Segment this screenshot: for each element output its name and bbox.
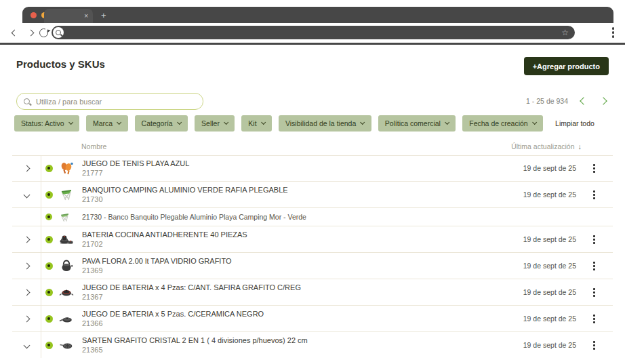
row-menu-button[interactable]	[593, 315, 595, 323]
chevron-right-icon	[23, 315, 30, 322]
product-id: 21777	[82, 169, 523, 177]
new-tab-button[interactable]: +	[98, 9, 109, 21]
filter-label: Categoría	[142, 119, 173, 127]
back-button[interactable]	[8, 23, 20, 43]
product-table: JUEGO DE TENIS PLAYA AZUL 21777 19 de se…	[12, 155, 613, 358]
chevron-down-icon	[177, 120, 182, 125]
pagination-range: 1 - 25 de 934	[526, 97, 568, 105]
status-active-indicator	[45, 342, 53, 349]
row-menu-button[interactable]	[593, 235, 595, 244]
chevron-right-icon	[599, 97, 607, 104]
sku-row: 21730 - Banco Banquito Plegable Aluminio…	[12, 208, 613, 226]
window-close-button[interactable]	[31, 12, 37, 18]
column-header-ultima-actualizacion[interactable]: Última actualización ↓	[511, 142, 582, 150]
product-name-link[interactable]: SARTEN GRAFITO CRISTAL 2 EN 1 ( 4 divisi…	[82, 336, 523, 344]
chevron-right-icon	[23, 236, 30, 243]
status-active-indicator	[45, 236, 53, 243]
last-updated: 19 de sept de 25	[523, 164, 576, 172]
browser-tab[interactable]: ×	[44, 9, 93, 23]
chrome-divider	[0, 43, 625, 45]
column-header-nombre[interactable]: Nombre	[81, 142, 106, 150]
chevron-down-icon	[23, 342, 30, 348]
expander-spacer	[12, 208, 41, 226]
search-box	[16, 93, 203, 110]
status-active-indicator	[45, 214, 52, 220]
row-menu-button[interactable]	[593, 341, 595, 350]
clear-filters-button[interactable]: Limpiar todo	[555, 119, 594, 127]
product-name-link[interactable]: PAVA FLORA 2.00 lt TAPA VIDRIO GRAFITO	[82, 257, 523, 265]
chevron-down-icon	[224, 120, 229, 125]
product-name-link[interactable]: BANQUITO CAMPING ALUMINIO VERDE RAFIA PL…	[82, 186, 523, 194]
product-name-link[interactable]: JUEGO DE TENIS PLAYA AZUL	[82, 159, 523, 167]
product-name-link[interactable]: JUEGO DE BATERIA x 4 Pzas: C/ANT. SAFIRA…	[82, 283, 523, 291]
product-id: 21366	[82, 319, 523, 327]
product-id: 21369	[82, 266, 523, 275]
chevron-right-icon	[27, 30, 34, 37]
row-menu-button[interactable]	[593, 262, 595, 270]
table-row: BATERIA COCINA ANTIADHERENTE 40 PIEZAS 2…	[12, 226, 613, 253]
divided-frying-pan-thumbnail	[56, 338, 82, 352]
chevron-down-icon	[445, 120, 450, 125]
browser-navbar: ☆	[0, 23, 625, 43]
last-updated: 19 de sept de 25	[523, 190, 576, 199]
collapse-row-button[interactable]	[12, 332, 41, 358]
collapse-row-button[interactable]	[12, 182, 41, 207]
product-name-link[interactable]: JUEGO DE BATERIA x 5 Pzas. C/CERAMICA NE…	[82, 310, 523, 318]
pot-set-sapphire-thumbnail	[56, 285, 82, 300]
last-updated: 19 de sept de 25	[523, 288, 576, 296]
status-active-indicator	[45, 289, 53, 296]
add-product-button[interactable]: +Agregar producto	[524, 57, 609, 75]
chevron-right-icon	[23, 289, 30, 296]
table-row: SARTEN GRAFITO CRISTAL 2 EN 1 ( 4 divisi…	[12, 332, 613, 358]
forward-button[interactable]	[24, 23, 37, 43]
expand-row-button[interactable]	[12, 253, 41, 279]
filter-chip-visibilidad[interactable]: Visibilidad de la tienda	[279, 115, 371, 132]
last-updated: 19 de sept de 25	[523, 235, 576, 243]
filter-chip-fecha-creacion[interactable]: Fecha de creación	[462, 115, 543, 132]
bookmark-star-icon[interactable]: ☆	[561, 28, 569, 37]
row-menu-button[interactable]	[593, 190, 595, 199]
table-row: JUEGO DE BATERIA x 4 Pzas: C/ANT. SAFIRA…	[12, 279, 613, 306]
row-menu-button[interactable]	[593, 164, 595, 173]
chevron-down-icon	[68, 120, 74, 125]
pagination-next-button[interactable]	[599, 97, 607, 105]
table-row: JUEGO DE BATERIA x 5 Pzas. C/CERAMICA NE…	[12, 306, 613, 332]
search-input[interactable]	[35, 97, 203, 106]
row-menu-button[interactable]	[593, 288, 595, 297]
pagination-prev-button[interactable]	[580, 97, 588, 105]
table-header: Nombre Última actualización ↓	[12, 138, 613, 156]
expand-row-button[interactable]	[12, 226, 41, 252]
expand-row-button[interactable]	[12, 279, 41, 305]
column-label: Última actualización	[511, 142, 574, 150]
refresh-button[interactable]	[39, 28, 48, 37]
expand-row-button[interactable]	[12, 155, 41, 181]
filter-chip-categoria[interactable]: Categoría	[135, 115, 188, 132]
filter-chip-kit[interactable]: Kit	[241, 115, 272, 132]
filter-chip-seller[interactable]: Seller	[195, 115, 235, 132]
chevron-left-icon	[580, 97, 587, 104]
filter-chip-marca[interactable]: Marca	[86, 115, 128, 132]
filter-chip-politica-comercial[interactable]: Política comercial	[378, 115, 456, 132]
table-row: BANQUITO CAMPING ALUMINIO VERDE RAFIA PL…	[12, 182, 613, 208]
last-updated: 19 de sept de 25	[523, 315, 576, 323]
chevron-down-icon	[260, 120, 266, 125]
pot-set-ceramic-thumbnail	[56, 311, 82, 326]
last-updated: 19 de sept de 25	[523, 341, 576, 349]
status-active-indicator	[45, 191, 53, 199]
sku-label[interactable]: 21730 - Banco Banquito Plegable Aluminio…	[82, 213, 613, 221]
filter-label: Política comercial	[385, 119, 441, 127]
search-icon	[53, 27, 64, 38]
filter-label: Status: Activo	[21, 119, 64, 127]
status-active-indicator	[45, 262, 53, 270]
expand-row-button[interactable]	[12, 306, 41, 331]
chevron-left-icon	[11, 30, 18, 37]
product-name-link[interactable]: BATERIA COCINA ANTIADHERENTE 40 PIEZAS	[82, 230, 523, 239]
filter-chip-status[interactable]: Status: Activo	[14, 115, 79, 132]
sort-desc-icon: ↓	[578, 142, 582, 150]
status-active-indicator	[45, 165, 53, 172]
url-bar[interactable]: ☆	[52, 26, 575, 39]
tab-close-icon[interactable]: ×	[79, 13, 93, 20]
magnifier-icon	[56, 30, 61, 35]
browser-menu-button[interactable]	[612, 27, 615, 38]
chevron-down-icon	[532, 120, 538, 125]
